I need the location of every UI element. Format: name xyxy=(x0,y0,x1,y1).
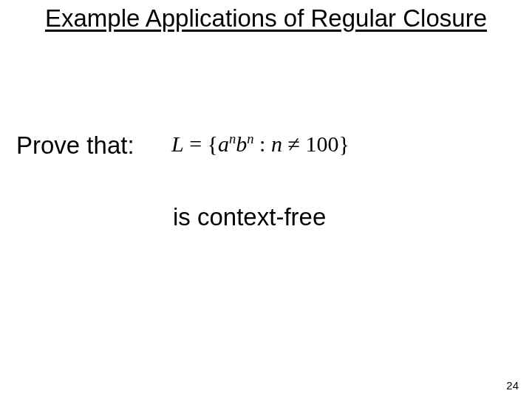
slide-title: Example Applications of Regular Closure xyxy=(0,4,532,33)
formula-lhs: L xyxy=(171,132,184,156)
formula-cond-val: 100 xyxy=(305,132,338,156)
slide: Example Applications of Regular Closure … xyxy=(0,0,532,399)
conclusion-text: is context-free xyxy=(173,203,326,231)
formula-colon: : xyxy=(254,132,271,156)
formula-a: a xyxy=(218,132,229,156)
formula-b-exp: n xyxy=(247,131,253,146)
formula-b: b xyxy=(236,132,247,156)
page-number: 24 xyxy=(506,379,519,392)
language-definition-formula: L = {anbn : n ≠ 100} xyxy=(171,132,349,157)
formula-a-exp: n xyxy=(229,131,236,146)
prove-label: Prove that: xyxy=(16,132,134,160)
formula-equals: = xyxy=(184,132,208,156)
formula-neq: ≠ xyxy=(282,132,305,156)
formula-lbrace: { xyxy=(208,132,218,156)
formula-rbrace: } xyxy=(338,132,349,156)
formula-cond-var: n xyxy=(271,132,282,156)
